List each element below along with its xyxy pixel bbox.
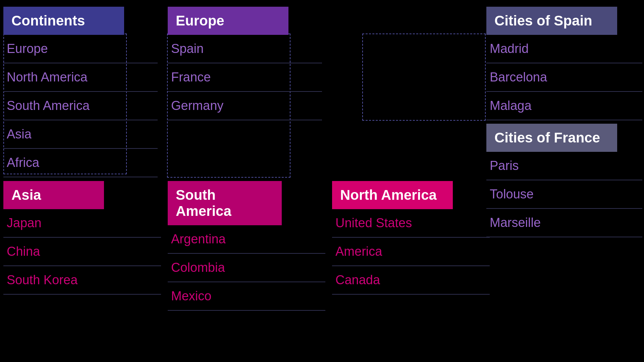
list-item: China: [3, 238, 161, 266]
top-section: Continents Europe North America South Am…: [0, 0, 644, 181]
list-item: Madrid: [486, 35, 642, 63]
list-item: South America: [3, 92, 158, 120]
list-item: Malaga: [486, 92, 642, 120]
europe-header: Europe: [168, 7, 288, 35]
north-america-list: United States America Canada: [332, 209, 490, 295]
list-item: Europe: [3, 35, 158, 63]
cities-spain-header: Cities of Spain: [486, 7, 617, 35]
list-item: America: [332, 238, 490, 266]
list-item: Germany: [168, 92, 322, 120]
dashed-box-cities-spain: [362, 34, 486, 121]
asia-column: Asia Japan China South Korea: [0, 181, 164, 362]
list-item: Japan: [3, 209, 161, 238]
list-item: North America: [3, 63, 158, 92]
asia-list: Japan China South Korea: [3, 209, 161, 295]
south-america-list: Argentina Colombia Mexico: [168, 225, 325, 311]
asia-header: Asia: [3, 181, 104, 209]
list-item: Africa: [3, 149, 158, 177]
list-item: Canada: [332, 266, 490, 295]
cities-france-header: Cities of France: [486, 124, 617, 152]
south-america-header: South America: [168, 181, 282, 225]
south-america-column: South America Argentina Colombia Mexico: [164, 181, 329, 362]
north-america-header: North America: [332, 181, 453, 209]
list-item: Mexico: [168, 282, 325, 311]
europe-list: Spain France Germany: [168, 35, 322, 120]
list-item: France: [168, 63, 322, 92]
continents-list: Europe North America South America Asia …: [3, 35, 158, 177]
bottom-section: Asia Japan China South Korea South Ameri…: [0, 181, 644, 362]
list-item: Barcelona: [486, 63, 642, 92]
continents-column: Continents Europe North America South Am…: [3, 3, 158, 177]
list-item: Asia: [3, 120, 158, 149]
list-item: Argentina: [168, 225, 325, 254]
continents-header: Continents: [3, 7, 124, 35]
list-item: Colombia: [168, 254, 325, 282]
list-item: Paris: [486, 152, 642, 180]
north-america-column: North America United States America Cana…: [329, 181, 493, 362]
list-item: South Korea: [3, 266, 161, 295]
list-item: Spain: [168, 35, 322, 63]
cities-spain-list: Madrid Barcelona Malaga: [486, 35, 642, 120]
europe-column: Europe Spain France Germany: [168, 3, 322, 120]
list-item: United States: [332, 209, 490, 238]
